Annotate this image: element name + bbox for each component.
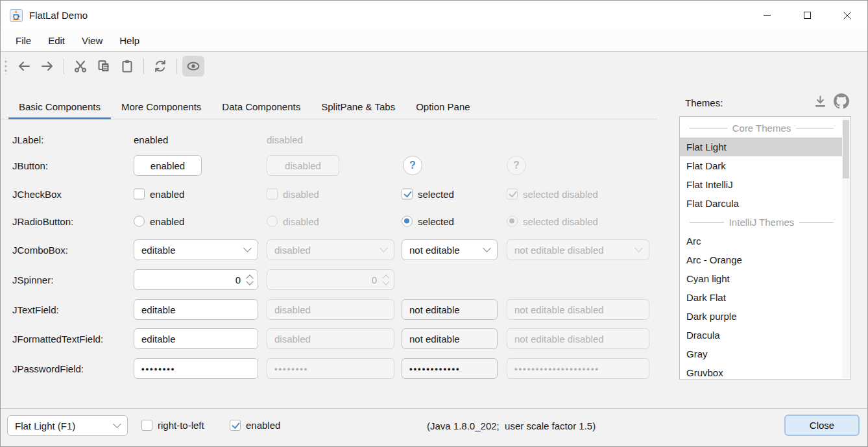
- menu-file[interactable]: File: [7, 32, 40, 49]
- jbutton-row-label: JButton:: [12, 160, 48, 171]
- enabled-checkbox-label: enabled: [246, 420, 280, 431]
- combobox-not-editable-disabled: not editable disabled: [507, 239, 649, 260]
- enabled-button[interactable]: enabled: [134, 155, 202, 176]
- row-jformattedtextfield: JFormattedTextField: editable disabled n…: [12, 327, 661, 350]
- combobox-not-editable[interactable]: not editable: [402, 239, 498, 260]
- textfield-not-editable[interactable]: not editable: [402, 299, 498, 320]
- formatted-textfield-editable[interactable]: editable: [134, 328, 258, 349]
- github-icon[interactable]: [834, 93, 849, 109]
- spinner-buttons-disabled: [383, 276, 389, 284]
- chevron-down-icon: [113, 420, 121, 428]
- menu-edit[interactable]: Edit: [40, 32, 73, 49]
- window-title: FlatLaf Demo: [29, 10, 88, 21]
- theme-switcher-value: Flat Light (F1): [15, 420, 75, 431]
- cut-button[interactable]: [69, 56, 91, 77]
- checkbox-selected-label: selected: [418, 189, 454, 200]
- row-jbutton: JButton: enabled disabled ? ?: [12, 154, 661, 177]
- minimize-button[interactable]: [747, 1, 787, 30]
- tab-data-components[interactable]: Data Components: [211, 95, 311, 119]
- theme-item-gruvbox[interactable]: Gruvbox: [680, 363, 843, 380]
- download-icon[interactable]: [813, 94, 828, 109]
- chevron-down-icon: [483, 244, 491, 252]
- theme-item-flat-intellij[interactable]: Flat IntelliJ: [680, 175, 843, 194]
- close-window-button[interactable]: [827, 1, 867, 30]
- combobox-editable-value: editable: [141, 245, 176, 256]
- menu-view[interactable]: View: [73, 32, 111, 49]
- tab-more-components[interactable]: More Components: [111, 95, 211, 119]
- theme-switcher-combobox[interactable]: Flat Light (F1): [7, 415, 128, 436]
- right-to-left-checkbox[interactable]: right-to-left: [141, 420, 204, 431]
- themes-list: Core Themes Flat Light Flat Dark Flat In…: [679, 116, 851, 380]
- disabled-button: disabled: [267, 155, 339, 176]
- separator-line: [796, 128, 834, 128]
- help-question-icon: ?: [409, 160, 416, 171]
- refresh-button[interactable]: [149, 56, 171, 77]
- copy-icon: [97, 59, 111, 73]
- combobox-not-editable-value: not editable: [409, 245, 460, 256]
- paste-button[interactable]: [116, 56, 138, 77]
- themes-scrollbar[interactable]: [842, 117, 850, 378]
- close-icon: [843, 11, 852, 20]
- formatted-textfield-not-editable-disabled: not editable disabled: [507, 328, 649, 349]
- theme-item-flat-dark[interactable]: Flat Dark: [680, 156, 843, 175]
- themes-group-intellij: IntelliJ Themes: [680, 213, 843, 232]
- tab-basic-components[interactable]: Basic Components: [8, 95, 111, 119]
- clipboard-icon: [120, 59, 134, 73]
- passwordfield-not-editable[interactable]: ••••••••••••: [402, 358, 498, 379]
- help-button-disabled: ?: [507, 156, 526, 175]
- passwordfield-editable[interactable]: ••••••••: [134, 358, 258, 379]
- theme-item-flat-darcula[interactable]: Flat Darcula: [680, 194, 843, 213]
- jpasswordfield-row-label: JPasswordField:: [12, 363, 84, 374]
- spinner-disabled-value: 0: [274, 274, 383, 285]
- row-jcheckbox: JCheckBox enabled disabled selected sele…: [12, 182, 661, 206]
- checkbox-enabled[interactable]: enabled: [134, 189, 184, 200]
- theme-item-arc-orange[interactable]: Arc - Orange: [680, 250, 843, 269]
- back-button[interactable]: [13, 56, 35, 77]
- row-jradiobutton: JRadioButton: enabled disabled selected …: [12, 210, 661, 233]
- themes-scrollbar-thumb[interactable]: [843, 120, 849, 178]
- close-button[interactable]: Close: [784, 415, 860, 436]
- formatted-textfield-disabled: disabled: [267, 328, 394, 349]
- tab-splitpane-tabs[interactable]: SplitPane & Tabs: [311, 95, 405, 119]
- separator-line: [690, 128, 727, 128]
- scissors-icon: [73, 59, 88, 73]
- radio-disabled-label: disabled: [283, 216, 319, 227]
- spinner-disabled: 0: [267, 269, 394, 290]
- spinner-buttons[interactable]: [247, 276, 252, 284]
- maximize-button[interactable]: [787, 1, 827, 30]
- combobox-disabled: disabled: [267, 239, 394, 260]
- menu-help[interactable]: Help: [111, 32, 148, 49]
- radio-selected[interactable]: selected: [402, 216, 454, 227]
- separator-line: [799, 222, 834, 223]
- textfield-editable[interactable]: editable: [134, 299, 258, 320]
- theme-item-dark-purple[interactable]: Dark purple: [680, 307, 843, 326]
- show-toggle-button[interactable]: [182, 56, 204, 77]
- toolbar-grip[interactable]: [5, 58, 7, 75]
- checkbox-selected[interactable]: selected: [402, 189, 454, 200]
- theme-item-gray[interactable]: Gray: [680, 344, 843, 363]
- theme-item-cyan-light[interactable]: Cyan light: [680, 269, 843, 288]
- theme-item-arc[interactable]: Arc: [680, 232, 843, 250]
- spinner-value: 0: [141, 274, 247, 285]
- spinner-enabled[interactable]: 0: [134, 269, 258, 290]
- bottom-bar: Flat Light (F1) right-to-left enabled (J…: [1, 408, 867, 447]
- combobox-editable[interactable]: editable: [134, 239, 258, 260]
- theme-item-dark-flat[interactable]: Dark Flat: [680, 288, 843, 307]
- formatted-textfield-not-editable[interactable]: not editable: [402, 328, 498, 349]
- forward-button[interactable]: [36, 56, 58, 77]
- right-to-left-label: right-to-left: [158, 420, 204, 431]
- tab-option-pane[interactable]: Option Pane: [405, 95, 480, 119]
- title-bar: FlatLaf Demo: [1, 1, 867, 30]
- checkbox-icon: [141, 420, 152, 431]
- jcheckbox-row-label: JCheckBox: [12, 189, 62, 200]
- row-jpasswordfield: JPasswordField: •••••••• •••••••• ••••••…: [12, 357, 661, 380]
- toolbar: [1, 53, 867, 80]
- enabled-checkbox[interactable]: enabled: [230, 420, 280, 431]
- jtextfield-row-label: JTextField:: [12, 304, 59, 315]
- radio-enabled[interactable]: enabled: [134, 216, 184, 227]
- theme-item-flat-light[interactable]: Flat Light: [680, 138, 843, 156]
- jspinner-row-label: JSpinner:: [12, 274, 53, 285]
- theme-item-dracula[interactable]: Dracula: [680, 326, 843, 344]
- copy-button[interactable]: [93, 56, 115, 77]
- help-button[interactable]: ?: [403, 156, 422, 175]
